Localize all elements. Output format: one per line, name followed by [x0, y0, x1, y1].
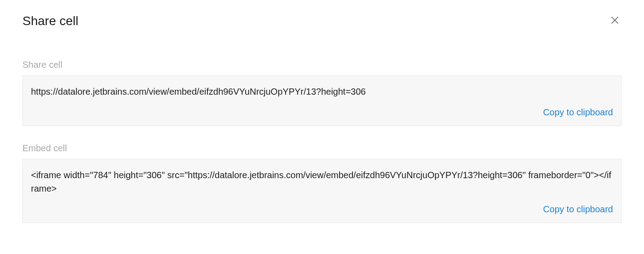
embed-cell-section: Embed cell <iframe width="784" height="3…: [22, 143, 622, 223]
embed-code-box: <iframe width="784" height="306" src="ht…: [22, 159, 622, 223]
copy-embed-code-button[interactable]: Copy to clipboard: [543, 204, 613, 215]
embed-copy-row: Copy to clipboard: [31, 204, 613, 215]
embed-cell-label: Embed cell: [22, 143, 622, 153]
close-icon: [610, 15, 620, 26]
embed-code-text[interactable]: <iframe width="784" height="306" src="ht…: [31, 168, 613, 195]
dialog-title: Share cell: [22, 14, 79, 28]
share-url-text[interactable]: https://datalore.jetbrains.com/view/embe…: [31, 85, 613, 98]
close-button[interactable]: [608, 13, 622, 28]
share-cell-section: Share cell https://datalore.jetbrains.co…: [22, 60, 622, 126]
dialog-header: Share cell: [22, 13, 622, 28]
share-copy-row: Copy to clipboard: [31, 107, 613, 118]
share-cell-dialog: Share cell Share cell https://datalore.j…: [0, 0, 644, 254]
copy-share-url-button[interactable]: Copy to clipboard: [543, 107, 613, 118]
share-url-box: https://datalore.jetbrains.com/view/embe…: [22, 75, 622, 126]
share-cell-label: Share cell: [22, 60, 622, 70]
